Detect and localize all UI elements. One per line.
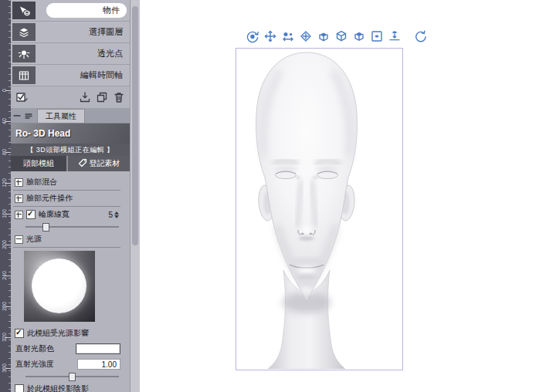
vertical-ruler: 0 40 80 120 160 200 240 280 320 360: [0, 0, 12, 392]
section-label: 光源: [26, 234, 42, 245]
cube-ground-icon[interactable]: [388, 29, 402, 43]
move-object-icon[interactable]: [299, 29, 313, 43]
row-outline-width: 輪廓線寬 5: [13, 207, 120, 222]
ruler-number: 200: [2, 238, 8, 252]
menu-lines-icon[interactable]: [22, 109, 34, 123]
row-light-affect: 此模組受光源影響: [13, 326, 120, 341]
outline-width-checkbox[interactable]: [26, 210, 36, 219]
light-intensity-field[interactable]: 1.00: [77, 359, 120, 370]
slider-handle[interactable]: [69, 373, 76, 381]
subtool-label: 透光点: [37, 48, 130, 59]
trash-icon[interactable]: [112, 90, 126, 104]
subtool-label: 編輯時間軸: [37, 69, 130, 81]
section-label: 臉部混合: [26, 177, 57, 188]
timeline-grid-icon: [12, 66, 36, 84]
subtool-item-edit-timeline[interactable]: 編輯時間軸: [11, 65, 130, 86]
copy-icon[interactable]: [95, 90, 109, 104]
section-face-blend[interactable]: 臉部混合: [13, 174, 120, 191]
expand-plus-icon[interactable]: [15, 178, 23, 187]
light-affect-checkbox[interactable]: [15, 329, 24, 338]
light-sphere-ball[interactable]: [32, 259, 86, 313]
section-light-source[interactable]: 光源: [13, 231, 120, 248]
expand-plus-icon[interactable]: [15, 194, 23, 203]
ruler-number: 160: [2, 207, 8, 221]
subtool-item-light[interactable]: 透光点: [11, 43, 130, 65]
light-lamp-icon: [12, 45, 36, 63]
tool-property-body: 臉部混合 臉部元件操作 輪廓線寬 5 光源: [11, 171, 130, 392]
cast-shadow-checkbox[interactable]: [15, 384, 24, 392]
3d-object-toolbar: [246, 29, 428, 43]
ruler-number: 320: [2, 330, 8, 344]
light-color-swatch[interactable]: [76, 343, 120, 354]
row-light-color: 直射光顏色: [13, 341, 120, 357]
ruler-number: 120: [2, 176, 8, 190]
subtool-item-object[interactable]: 物件: [11, 0, 130, 22]
select-layer-icon: [12, 23, 36, 41]
collapse-minus-icon[interactable]: [15, 235, 23, 244]
section-label: 臉部元件操作: [26, 193, 73, 204]
outline-width-value[interactable]: 5: [108, 211, 113, 219]
rotate-object-icon[interactable]: [317, 29, 331, 43]
tab-register-label: 登記素材: [90, 158, 120, 169]
collapse-icon[interactable]: [11, 109, 22, 123]
slider-track: [25, 226, 119, 228]
material-tab-bar: 頭部模組 登記素材: [11, 156, 130, 171]
cube-shade-icon[interactable]: [352, 29, 366, 43]
outline-width-stepper[interactable]: [114, 211, 119, 218]
scrollbar-thumb[interactable]: [132, 6, 138, 245]
light-intensity-label: 直射光強度: [15, 359, 54, 370]
subtool-label: 選擇圖層: [37, 26, 130, 38]
ruler-number: 280: [2, 299, 8, 313]
app-window: 0 40 80 120 160 200 240 280 320 360 物件 選…: [0, 0, 556, 392]
tab-tool-property[interactable]: 工具屬性: [37, 109, 85, 123]
cast-shadow-label: 於此模組投影陰影: [27, 384, 89, 392]
material-tag-icon: [78, 158, 87, 169]
outline-width-label: 輪廓線寬: [39, 209, 70, 220]
reset-rotation-icon[interactable]: [414, 29, 428, 43]
ruler-number: 360: [2, 361, 8, 375]
row-cast-shadow: 於此模組投影陰影: [13, 381, 120, 392]
subtool-label: 物件: [46, 3, 127, 18]
rotate-camera-icon[interactable]: [246, 29, 259, 43]
ruler-number: 80: [2, 145, 8, 159]
tab-register-material[interactable]: 登記素材: [68, 156, 130, 171]
slider-handle[interactable]: [42, 223, 49, 231]
row-light-intensity: 直射光強度 1.00: [13, 357, 120, 372]
cube-view-icon[interactable]: [334, 29, 348, 43]
ruler-number: 240: [2, 269, 8, 282]
outline-width-slider[interactable]: [25, 222, 119, 231]
light-direction-sphere[interactable]: [24, 251, 95, 322]
ruler-number: 0: [2, 83, 8, 97]
document-canvas[interactable]: [140, 0, 556, 392]
expand-plus-icon[interactable]: [15, 211, 23, 219]
object-cube-icon: [12, 2, 36, 19]
section-face-parts[interactable]: 臉部元件操作: [13, 191, 120, 207]
palette-tab-bar: 工具屬性: [11, 109, 130, 123]
tool-panel: 物件 選擇圖層 透光点 編輯時間軸: [11, 0, 130, 392]
subtool-list-toolbar: [11, 86, 130, 109]
subtool-item-select-layer[interactable]: 選擇圖層: [11, 22, 130, 43]
edit-check-icon[interactable]: [15, 90, 29, 104]
dolly-camera-icon[interactable]: [281, 29, 295, 43]
import-tray-icon[interactable]: [78, 90, 92, 104]
3d-head-model[interactable]: [226, 48, 387, 369]
pan-camera-icon[interactable]: [263, 29, 277, 43]
ruler-number: 40: [2, 114, 8, 128]
cube-frame-icon[interactable]: [370, 29, 384, 43]
light-intensity-slider[interactable]: [25, 372, 119, 380]
panel-scrollbar[interactable]: [130, 0, 141, 392]
tool-property-title: Ro- 3D Head: [11, 123, 130, 144]
light-affect-label: 此模組受光源影響: [27, 328, 89, 339]
editing-notice: 【 3D頭部模組正在編輯 】: [11, 144, 130, 156]
light-color-label: 直射光顏色: [15, 343, 54, 354]
tab-head-module[interactable]: 頭部模組: [11, 156, 66, 171]
